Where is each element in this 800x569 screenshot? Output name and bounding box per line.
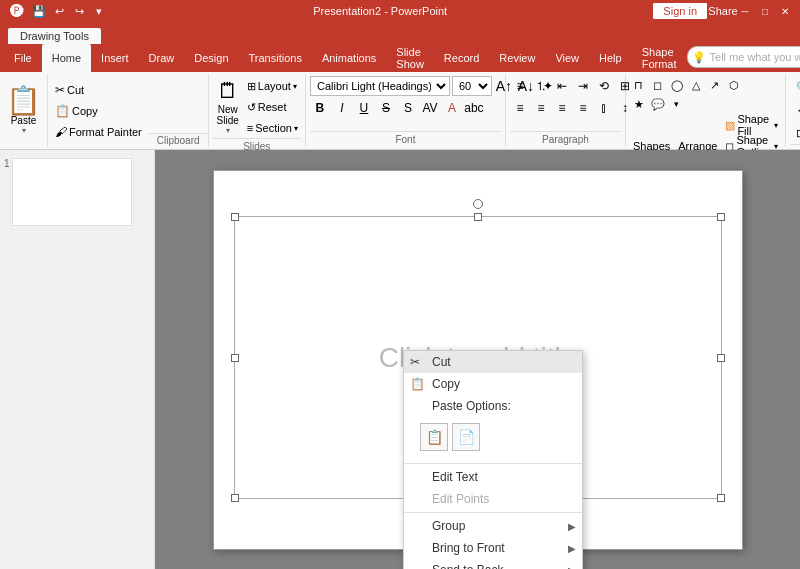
shadow-button[interactable]: S	[398, 98, 418, 118]
align-left-button[interactable]: ≡	[510, 98, 530, 118]
replace-button[interactable]: ↔ Replace	[790, 99, 800, 121]
save-button[interactable]: 💾	[30, 2, 48, 20]
ctx-send-to-back[interactable]: Send to Back ▶	[404, 559, 582, 569]
copy-ctx-icon: 📋	[410, 377, 425, 391]
new-slide-button[interactable]: 🗒 New Slide ▾	[213, 76, 243, 137]
handle-tm[interactable]	[474, 213, 482, 221]
char-spacing-button[interactable]: AV	[420, 98, 440, 118]
bold-button[interactable]: B	[310, 98, 330, 118]
paste-icon: 📋	[6, 87, 41, 115]
shape-icon-1[interactable]: ⊓	[630, 76, 648, 94]
handle-bl[interactable]	[231, 494, 239, 502]
drawing-tools-tab[interactable]: Drawing Tools	[8, 28, 101, 44]
maximize-button[interactable]: □	[758, 4, 772, 18]
title-bar-right: Sign in Share ─ □ ✕	[652, 2, 792, 20]
tab-review[interactable]: Review	[489, 44, 545, 72]
clipboard-label: Clipboard	[149, 133, 208, 147]
shape-icon-5[interactable]: ↗	[706, 76, 724, 94]
rotate-handle[interactable]	[473, 199, 483, 209]
ctx-bring-to-front[interactable]: Bring to Front ▶	[404, 537, 582, 559]
strikethrough-button[interactable]: S	[376, 98, 396, 118]
ctx-edit-text[interactable]: Edit Text	[404, 466, 582, 488]
shape-icon-8[interactable]: 💬	[649, 95, 667, 113]
handle-tl[interactable]	[231, 213, 239, 221]
minimize-button[interactable]: ─	[738, 4, 752, 18]
font-size-select[interactable]: 60	[452, 76, 492, 96]
underline-button[interactable]: U	[354, 98, 374, 118]
paste-button[interactable]: 📋 Paste ▾	[0, 74, 48, 147]
tab-draw[interactable]: Draw	[139, 44, 185, 72]
font-highlight-button[interactable]: abc	[464, 98, 484, 118]
cut-button[interactable]: ✂ Cut	[52, 80, 145, 100]
shape-icon-4[interactable]: △	[687, 76, 705, 94]
section-icon: ≡	[247, 122, 253, 134]
section-button[interactable]: ≡ Section ▾	[244, 118, 301, 138]
ctx-edit-points[interactable]: Edit Points	[404, 488, 582, 510]
shape-more-button[interactable]: ▾	[668, 95, 686, 113]
align-center-button[interactable]: ≡	[531, 98, 551, 118]
tab-animations[interactable]: Animations	[312, 44, 386, 72]
tab-help[interactable]: Help	[589, 44, 632, 72]
tab-slideshow[interactable]: Slide Show	[386, 44, 434, 72]
copy-button[interactable]: 📋 Copy	[52, 101, 145, 121]
section-arrow: ▾	[294, 124, 298, 133]
handle-br[interactable]	[717, 494, 725, 502]
paste-dropdown-arrow[interactable]: ▾	[22, 126, 26, 135]
decrease-indent-button[interactable]: ⇤	[552, 76, 572, 96]
tab-transitions[interactable]: Transitions	[239, 44, 312, 72]
share-button[interactable]: Share	[714, 2, 732, 20]
layout-icon: ⊞	[247, 80, 256, 93]
new-slide-arrow[interactable]: ▾	[226, 126, 230, 135]
justify-button[interactable]: ≡	[573, 98, 593, 118]
find-button[interactable]: 🔍 Find	[790, 76, 800, 98]
select-icon: ⊡	[796, 127, 800, 140]
text-direction-button[interactable]: ⟲	[594, 76, 614, 96]
tab-record[interactable]: Record	[434, 44, 489, 72]
tab-home[interactable]: Home	[42, 44, 91, 72]
numbered-list-button[interactable]: ⒈	[531, 76, 551, 96]
align-right-button[interactable]: ≡	[552, 98, 572, 118]
tab-insert[interactable]: Insert	[91, 44, 139, 72]
reset-button[interactable]: ↺ Reset	[244, 97, 301, 117]
ctx-copy[interactable]: 📋 Copy	[404, 373, 582, 395]
ctx-edit-text-label: Edit Text	[432, 470, 478, 484]
paste-option-2[interactable]: 📄	[452, 423, 480, 451]
close-button[interactable]: ✕	[778, 4, 792, 18]
handle-tr[interactable]	[717, 213, 725, 221]
shape-icon-6[interactable]: ⬡	[725, 76, 743, 94]
font-name-select[interactable]: Calibri Light (Headings)	[310, 76, 450, 96]
select-button[interactable]: ⊡ Select ▾	[790, 122, 800, 144]
signin-button[interactable]: Sign in	[652, 2, 708, 20]
shape-icon-2[interactable]: ◻	[649, 76, 667, 94]
handle-ml[interactable]	[231, 354, 239, 362]
ctx-cut[interactable]: ✂ Cut	[404, 351, 582, 373]
handle-mr[interactable]	[717, 354, 725, 362]
slide-thumbnail[interactable]	[12, 158, 132, 226]
tab-shape-format[interactable]: Shape Format	[632, 44, 687, 72]
tab-view[interactable]: View	[545, 44, 589, 72]
redo-button[interactable]: ↪	[70, 2, 88, 20]
ctx-group[interactable]: Group ▶	[404, 515, 582, 537]
customize-qa-button[interactable]: ▾	[90, 2, 108, 20]
tell-me-input[interactable]: 💡 Tell me what you want to do	[687, 46, 800, 68]
italic-button[interactable]: I	[332, 98, 352, 118]
paste-option-1[interactable]: 📋	[420, 423, 448, 451]
shape-icon-7[interactable]: ★	[630, 95, 648, 113]
tell-me-container: 💡 Tell me what you want to do	[687, 46, 800, 72]
increase-indent-button[interactable]: ⇥	[573, 76, 593, 96]
shape-icon-3[interactable]: ◯	[668, 76, 686, 94]
ctx-edit-points-label: Edit Points	[432, 492, 489, 506]
format-painter-icon: 🖌	[55, 125, 67, 139]
format-painter-button[interactable]: 🖌 Format Painter	[52, 122, 145, 142]
cut-icon: ✂	[55, 83, 65, 97]
font-color-button[interactable]: A	[442, 98, 462, 118]
tab-file[interactable]: File	[4, 44, 42, 72]
shape-fill-button[interactable]: ▧ Shape Fill ▾	[722, 115, 781, 135]
undo-button[interactable]: ↩	[50, 2, 68, 20]
layout-button[interactable]: ⊞ Layout ▾	[244, 76, 301, 96]
tab-design[interactable]: Design	[184, 44, 238, 72]
editing-group-content: 🔍 Find ↔ Replace ⊡ Select ▾	[790, 76, 800, 144]
bullets-button[interactable]: ≡	[510, 76, 530, 96]
ctx-bring-to-front-label: Bring to Front	[432, 541, 505, 555]
columns-button[interactable]: ⫿	[594, 98, 614, 118]
